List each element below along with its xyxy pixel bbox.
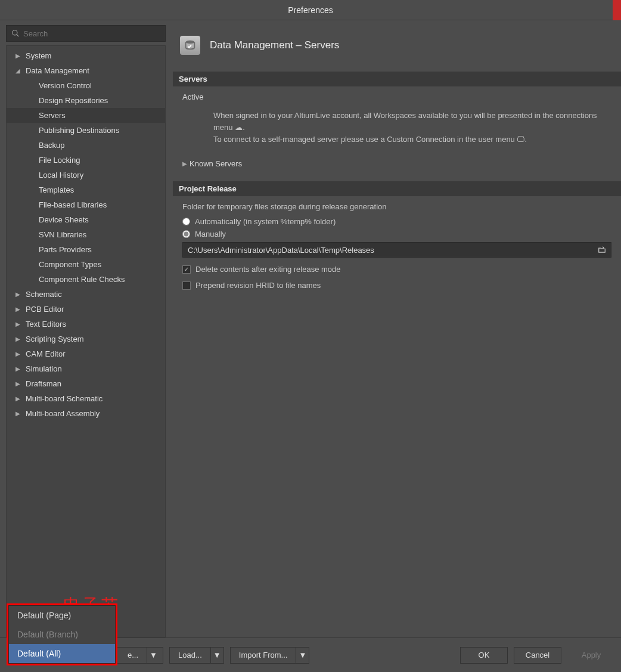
load-button[interactable]: Load... ▼ [169, 647, 224, 664]
tree-item[interactable]: ▶Scripting System [7, 332, 165, 346]
menu-default-page[interactable]: Default (Page) [9, 606, 115, 625]
tree-item[interactable]: Component Types [7, 257, 165, 272]
servers-desc2: To connect to a self-managed server plea… [213, 135, 527, 144]
servers-desc1b: . [243, 123, 245, 132]
tree-item-label: Device Sheets [39, 215, 89, 224]
tree-item-label: Schematic [26, 290, 62, 299]
apply-button[interactable]: Apply [567, 647, 615, 664]
radio-manual-input[interactable] [182, 230, 190, 238]
release-path-input[interactable] [183, 246, 593, 255]
chevron-right-icon: ▶ [14, 410, 22, 417]
ok-button[interactable]: OK [460, 647, 508, 664]
servers-active-label: Active [182, 92, 611, 101]
browse-button[interactable] [593, 243, 611, 257]
set-defaults-button[interactable]: e... ▼ [116, 647, 163, 664]
chevron-right-icon: ▶ [14, 52, 22, 59]
tree-item-label: File Locking [39, 156, 80, 165]
tree-item-label: Parts Providers [39, 245, 92, 254]
tree-item[interactable]: Local History [7, 168, 165, 182]
chevron-right-icon: ▶ [182, 160, 187, 167]
tree-item[interactable]: ▶Simulation [7, 361, 165, 376]
tree-item[interactable]: Component Rule Checks [7, 272, 165, 287]
search-icon [11, 29, 20, 38]
tree-item[interactable]: ▶PCB Editor [7, 302, 165, 317]
chevron-right-icon: ▶ [14, 366, 22, 372]
close-button[interactable] [613, 0, 621, 20]
check-prepend[interactable]: Prepend revision HRID to file names [182, 281, 611, 290]
chevron-down-icon[interactable]: ▼ [147, 648, 160, 663]
tree-item-label: Text Editors [26, 320, 66, 329]
search-box[interactable] [6, 25, 166, 42]
tree-item-label: Design Repositories [39, 96, 108, 105]
menu-default-all[interactable]: Default (All) [9, 644, 115, 663]
load-label: Load... [170, 648, 210, 663]
section-release-header: Project Release [173, 181, 621, 196]
page-title: Data Management – Servers [210, 39, 339, 51]
tree-item-label: Data Management [26, 66, 89, 75]
tree-item[interactable]: ▶Multi-board Schematic [7, 391, 165, 406]
tree-item-label: Scripting System [26, 335, 84, 343]
chevron-right-icon: ▶ [14, 395, 22, 402]
chevron-down-icon: ◢ [14, 67, 22, 74]
menu-default-branch: Default (Branch) [9, 625, 115, 644]
defaults-popup-menu[interactable]: Default (Page) Default (Branch) Default … [8, 605, 116, 664]
cancel-button[interactable]: Cancel [514, 647, 561, 664]
titlebar: Preferences [0, 0, 621, 20]
tree-item-label: Component Rule Checks [39, 275, 125, 284]
tree-item[interactable]: Design Repositories [7, 93, 165, 108]
import-from-button[interactable]: Import From... ▼ [230, 647, 310, 664]
tree-item-label: Local History [39, 171, 83, 179]
main-panel: Data Management – Servers Servers Active… [173, 25, 621, 637]
database-icon [180, 36, 200, 55]
window-title: Preferences [288, 5, 333, 15]
tree-item[interactable]: ▶Multi-board Assembly [7, 406, 165, 421]
radio-auto-label: Automatically (in system %temp% folder) [195, 217, 336, 226]
tree-item[interactable]: File Locking [7, 153, 165, 168]
radio-manual-label: Manually [195, 230, 226, 239]
tree-item[interactable]: ◢Data Management [7, 63, 165, 78]
tree-item[interactable]: File-based Libraries [7, 197, 165, 212]
check-delete-label: Delete contents after exiting release mo… [195, 265, 341, 274]
tree-item[interactable]: ▶Text Editors [7, 317, 165, 332]
search-input[interactable] [23, 29, 160, 38]
import-label: Import From... [231, 648, 296, 663]
tree-item-label: Component Types [39, 260, 101, 269]
svg-point-2 [186, 41, 195, 44]
chevron-right-icon: ▶ [14, 306, 22, 312]
chevron-down-icon[interactable]: ▼ [296, 648, 309, 663]
tree-item[interactable]: ▶System [7, 48, 165, 63]
tree-item[interactable]: Parts Providers [7, 242, 165, 257]
check-delete[interactable]: ✓ Delete contents after exiting release … [182, 265, 611, 274]
chevron-right-icon: ▶ [14, 380, 22, 387]
radio-auto-input[interactable] [182, 218, 190, 225]
tree-item-label: SVN Libraries [39, 230, 86, 239]
radio-auto[interactable]: Automatically (in system %temp% folder) [182, 217, 611, 226]
tree-item[interactable]: SVN Libraries [7, 227, 165, 242]
tree-item-label: CAM Editor [26, 349, 65, 358]
tree-item[interactable]: Servers [7, 108, 165, 123]
tree-item-label: Version Control [39, 81, 92, 90]
checkbox-icon [182, 281, 191, 290]
tree-item-label: Templates [39, 185, 74, 194]
preferences-tree[interactable]: ▶System◢Data ManagementVersion ControlDe… [6, 45, 166, 637]
svg-line-1 [17, 35, 19, 37]
set-defaults-label: e... [119, 648, 147, 663]
tree-item-label: PCB Editor [26, 305, 64, 314]
tree-item[interactable]: ▶CAM Editor [7, 346, 165, 361]
chevron-down-icon[interactable]: ▼ [210, 648, 223, 663]
tree-item-label: Publishing Destinations [39, 126, 119, 135]
chevron-right-icon: ▶ [14, 321, 22, 327]
tree-item[interactable]: Version Control [7, 78, 165, 93]
folder-open-icon [597, 246, 607, 254]
tree-item[interactable]: Publishing Destinations [7, 123, 165, 138]
tree-item[interactable]: ▶Schematic [7, 287, 165, 302]
section-servers-header: Servers [173, 72, 621, 86]
tree-item[interactable]: Templates [7, 182, 165, 197]
known-servers-toggle[interactable]: ▶ Known Servers [182, 159, 611, 168]
tree-item[interactable]: Device Sheets [7, 212, 165, 227]
tree-item[interactable]: ▶Draftsman [7, 376, 165, 391]
tree-item-label: System [26, 51, 51, 60]
tree-item[interactable]: Backup [7, 138, 165, 153]
servers-desc1a: When signed in to your AltiumLive accoun… [213, 111, 597, 132]
radio-manual[interactable]: Manually [182, 230, 611, 239]
